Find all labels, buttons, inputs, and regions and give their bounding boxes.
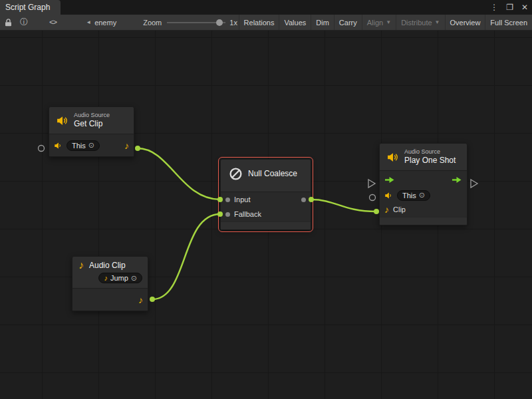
node-title: Play One Shot xyxy=(404,156,456,166)
audio-clip-field-row: ♪ Jump ⊙ xyxy=(72,273,148,288)
node-null-coalesce[interactable]: Null Coalesce Input Fallback xyxy=(220,159,311,230)
flow-in-arrow-icon[interactable] xyxy=(384,176,395,184)
values-button[interactable]: Values xyxy=(279,15,311,30)
node-audio-clip-header: ♪ Audio Clip xyxy=(72,257,148,273)
node-category: Audio Source xyxy=(74,112,110,119)
graph-name: enemy xyxy=(94,19,116,27)
graph-canvas[interactable]: Audio Source Get Clip This ⊙ ♪ xyxy=(0,31,532,399)
audio-source-icon xyxy=(56,115,68,126)
result-port[interactable] xyxy=(301,198,306,202)
toolbar-buttons: Relations Values Dim Carry Align ▼ Distr… xyxy=(239,15,532,30)
tab-label: Script Graph xyxy=(5,3,50,12)
speaker-icon xyxy=(54,142,63,150)
node-get-clip[interactable]: Audio Source Get Clip This ⊙ ♪ xyxy=(49,106,134,157)
get-clip-target-field[interactable]: This ⊙ xyxy=(66,140,100,151)
parent-graph-arrow-icon: ◄ xyxy=(86,19,91,25)
play-one-shot-target-field[interactable]: This ⊙ xyxy=(397,190,430,201)
chevron-down-icon: ▼ xyxy=(386,19,391,25)
input-port-label: Input xyxy=(234,196,250,203)
audio-clip-output-icon: ♪ xyxy=(138,295,143,305)
code-view-icon[interactable]: <> xyxy=(49,19,57,27)
zoom-slider[interactable] xyxy=(167,19,225,27)
clip-port-label: Clip xyxy=(393,205,406,213)
node-get-clip-header: Audio Source Get Clip xyxy=(49,107,134,134)
object-picker-icon[interactable]: ⊙ xyxy=(419,192,425,199)
getclip-this-input-port[interactable] xyxy=(39,146,45,152)
node-audio-clip[interactable]: ♪ Audio Clip ♪ Jump ⊙ ♪ xyxy=(72,256,148,311)
play-one-shot-clip-row: ♪ Clip xyxy=(380,202,467,217)
clip-port-icon: ♪ xyxy=(384,205,389,214)
node-play-one-shot-titles: Audio Source Play One Shot xyxy=(404,148,456,166)
wire-result-to-clip[interactable] xyxy=(311,200,376,211)
relations-button[interactable]: Relations xyxy=(239,15,279,30)
target-value: This xyxy=(72,142,86,150)
close-icon[interactable]: ✕ xyxy=(521,3,528,11)
node-footer xyxy=(221,221,311,229)
tab-script-graph[interactable]: Script Graph xyxy=(0,0,61,15)
target-value: This xyxy=(402,192,416,200)
null-coalesce-fallback-row: Fallback xyxy=(221,207,311,221)
lock-icon-svg xyxy=(5,19,12,27)
overview-button[interactable]: Overview xyxy=(445,15,485,30)
play-one-shot-this-row: This ⊙ xyxy=(380,188,467,202)
audio-clip-icon: ♪ xyxy=(78,260,84,271)
flow-out-arrow-icon[interactable] xyxy=(452,176,462,184)
align-dropdown[interactable]: Align ▼ xyxy=(362,15,396,30)
tab-bar: Script Graph ⋮ ❐ ✕ xyxy=(0,0,532,15)
audio-source-icon xyxy=(386,152,399,163)
object-picker-icon[interactable]: ⊙ xyxy=(88,142,94,149)
fullscreen-button[interactable]: Full Screen xyxy=(485,15,532,30)
unity-script-graph-window: Script Graph ⋮ ❐ ✕ ⓘ <> ◄ enemy Zoom 1x … xyxy=(0,0,532,399)
object-picker-icon[interactable]: ⊙ xyxy=(131,275,137,282)
wire-endpoint-dot[interactable] xyxy=(374,209,379,214)
node-title: Audio Clip xyxy=(89,261,126,271)
kebab-menu-icon[interactable]: ⋮ xyxy=(490,3,498,11)
audio-clip-object-field[interactable]: ♪ Jump ⊙ xyxy=(98,273,142,283)
wire-audioclip-to-fallback[interactable] xyxy=(152,214,220,299)
distribute-dropdown[interactable]: Distribute ▼ xyxy=(396,15,444,30)
node-null-coalesce-header: Null Coalesce xyxy=(221,160,311,188)
clip-value-icon: ♪ xyxy=(104,275,108,282)
audio-clip-output-row: ♪ xyxy=(72,289,148,311)
wire-getclip-to-input[interactable] xyxy=(138,148,220,200)
zoom-slider-knob[interactable] xyxy=(216,19,223,26)
play-one-shot-flow-row xyxy=(380,171,467,188)
fallback-port[interactable] xyxy=(225,212,230,217)
lock-icon[interactable] xyxy=(5,19,12,27)
align-label: Align xyxy=(367,19,383,27)
zoom-value: 1x xyxy=(229,19,237,27)
flow-output-triangle-port[interactable] xyxy=(471,180,477,188)
node-play-one-shot[interactable]: Audio Source Play One Shot xyxy=(379,143,467,225)
audio-clip-output-icon: ♪ xyxy=(124,141,129,150)
wire-endpoint-dot[interactable] xyxy=(135,146,140,151)
null-coalesce-icon xyxy=(229,167,243,181)
node-footer xyxy=(380,217,467,225)
clip-value: Jump xyxy=(110,274,128,282)
null-coalesce-input-row: Input xyxy=(221,192,311,207)
dim-button[interactable]: Dim xyxy=(311,15,334,30)
input-port[interactable] xyxy=(225,198,230,202)
flow-input-triangle-port[interactable] xyxy=(368,180,375,188)
window-controls: ⋮ ❐ ✕ xyxy=(490,0,528,15)
graph-toolbar: ⓘ <> ◄ enemy Zoom 1x Relations Values Di… xyxy=(0,15,532,31)
node-play-one-shot-header: Audio Source Play One Shot xyxy=(380,144,467,170)
speaker-icon xyxy=(384,192,393,200)
node-title: Get Clip xyxy=(74,119,110,129)
carry-button[interactable]: Carry xyxy=(334,15,362,30)
chevron-down-icon: ▼ xyxy=(435,19,440,25)
fallback-port-label: Fallback xyxy=(234,210,261,218)
node-get-clip-titles: Audio Source Get Clip xyxy=(74,112,110,129)
node-title: Null Coalesce xyxy=(248,169,297,179)
graph-breadcrumb[interactable]: ◄ enemy xyxy=(86,19,116,27)
wire-endpoint-dot[interactable] xyxy=(150,297,155,302)
info-icon[interactable]: ⓘ xyxy=(20,17,28,28)
maximize-icon[interactable]: ❐ xyxy=(506,3,513,11)
get-clip-this-row: This ⊙ ♪ xyxy=(49,134,134,156)
zoom-label: Zoom xyxy=(143,19,162,27)
distribute-label: Distribute xyxy=(401,19,432,27)
playoneshot-this-input-port[interactable] xyxy=(370,195,376,201)
node-category: Audio Source xyxy=(404,148,456,156)
